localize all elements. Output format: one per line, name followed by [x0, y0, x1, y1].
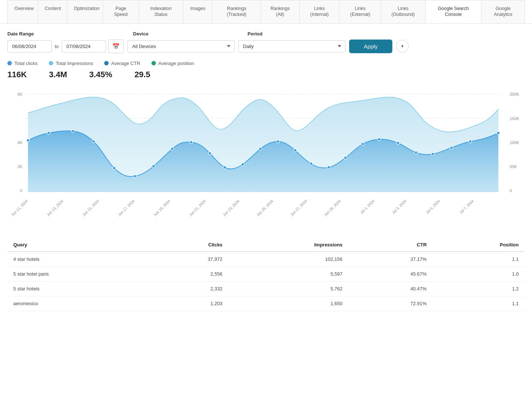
svg-point-24 [223, 166, 226, 169]
legend-avg-position: Average position [151, 61, 194, 66]
svg-point-37 [450, 146, 453, 149]
svg-point-35 [415, 151, 417, 154]
svg-text:0: 0 [20, 188, 22, 193]
tab-google-analytics[interactable]: Google Analytics [481, 0, 525, 23]
svg-point-26 [259, 147, 262, 150]
tab-links-external[interactable]: Links (External) [339, 0, 381, 23]
svg-point-38 [469, 140, 472, 143]
tab-optimization[interactable]: Optimization [67, 0, 103, 23]
cell-clicks: 37,972 [149, 252, 228, 267]
legend-total-impressions-label: Total Impressions [56, 61, 93, 66]
svg-text:4K: 4K [17, 140, 23, 145]
metric-avg-position: 29.5 [134, 70, 150, 79]
nav-tabs: Overview Content Optimization Page Speed… [0, 0, 532, 24]
date-separator: to [54, 44, 59, 49]
svg-point-31 [344, 156, 347, 159]
svg-text:Jun 29, 2024: Jun 29, 2024 [323, 199, 342, 217]
tab-page-speed[interactable]: Page Speed [103, 0, 139, 23]
cell-impressions: 1,650 [228, 296, 348, 311]
chart-section: 6K 4K 2K 0 200K 150K 100K 50K 0 [0, 83, 532, 227]
col-header-query: Query [7, 238, 149, 252]
svg-text:Jun 23, 2024: Jun 23, 2024 [222, 199, 241, 217]
total-clicks-dot [7, 61, 12, 65]
svg-point-29 [310, 162, 313, 165]
dropdown-arrow-button[interactable]: ▾ [396, 40, 409, 52]
period-select-wrapper: Daily Weekly Monthly [238, 40, 345, 52]
table-row: 5 star hotel paris 2,556 5,597 45.67% 1.… [7, 266, 525, 281]
tab-rankings-all[interactable]: Rankings (All) [260, 0, 299, 23]
table-row: 4 star hotels 37,972 102,156 37.17% 1.1 [7, 252, 525, 267]
apply-button[interactable]: Apply [349, 40, 393, 53]
svg-point-20 [152, 165, 155, 168]
stats-section: Total clicks Total Impressions Average C… [0, 53, 532, 83]
svg-point-25 [241, 163, 244, 166]
cell-impressions: 5,597 [228, 266, 348, 281]
svg-point-30 [327, 166, 330, 169]
svg-point-27 [276, 140, 279, 143]
svg-text:0: 0 [509, 188, 512, 193]
date-to-input[interactable] [62, 40, 106, 52]
svg-text:50K: 50K [509, 164, 517, 169]
table-row: 5 star hotels 2,332 5,762 40.47% 1.2 [7, 281, 525, 296]
period-label: Period [248, 31, 366, 37]
tab-images[interactable]: Images [183, 0, 212, 23]
svg-point-36 [431, 153, 434, 156]
svg-text:Jun 21, 2024: Jun 21, 2024 [188, 199, 207, 217]
svg-text:200K: 200K [509, 92, 519, 96]
svg-text:6K: 6K [17, 92, 23, 96]
cell-ctr: 40.47% [348, 281, 433, 296]
cell-position: 1.1 [433, 296, 525, 311]
legend-total-clicks-label: Total clicks [14, 61, 38, 66]
tab-links-internal[interactable]: Links (Internal) [299, 0, 340, 23]
cell-query: 5 star hotel paris [7, 266, 149, 281]
svg-text:Jun 25, 2024: Jun 25, 2024 [256, 199, 274, 217]
tab-content[interactable]: Content [38, 0, 67, 23]
svg-point-39 [497, 132, 500, 134]
svg-point-28 [294, 149, 297, 152]
metrics-row: 116K 3.4M 3.45% 29.5 [7, 70, 525, 79]
svg-text:Jun 27, 2024: Jun 27, 2024 [290, 199, 308, 217]
cell-impressions: 102,156 [228, 252, 348, 267]
chart-wrapper: 6K 4K 2K 0 200K 150K 100K 50K 0 [7, 87, 525, 227]
svg-text:Jul 5, 2024: Jul 5, 2024 [425, 199, 441, 215]
cell-clicks: 2,556 [149, 266, 228, 281]
tab-overview[interactable]: Overview [7, 0, 38, 23]
legend-avg-position-label: Average position [158, 61, 194, 66]
svg-text:100K: 100K [509, 140, 519, 145]
svg-point-19 [133, 175, 136, 178]
device-select[interactable]: All Devices Desktop Mobile Tablet [127, 40, 235, 52]
filters-labels: Date Range Device Period [7, 31, 525, 37]
table-body: 4 star hotels 37,972 102,156 37.17% 1.1 … [7, 252, 525, 311]
svg-point-23 [208, 152, 211, 155]
filters-row: to 📅 All Devices Desktop Mobile Tablet D… [7, 40, 525, 53]
cell-ctr: 72.91% [348, 296, 433, 311]
legend-row: Total clicks Total Impressions Average C… [7, 61, 525, 66]
svg-point-22 [190, 141, 192, 144]
svg-point-21 [171, 147, 174, 150]
table-header-row: Query Clicks Impressions CTR Position [7, 238, 525, 252]
calendar-button[interactable]: 📅 [108, 40, 124, 53]
svg-point-33 [378, 138, 381, 141]
metric-total-clicks: 116K [7, 70, 27, 79]
svg-text:Jul 1, 2024: Jul 1, 2024 [359, 199, 375, 215]
legend-avg-ctr: Average CTR [104, 61, 140, 66]
svg-point-34 [396, 141, 399, 144]
tab-links-outbound[interactable]: Links (Outbound) [381, 0, 426, 23]
period-select[interactable]: Daily Weekly Monthly [238, 40, 345, 52]
svg-point-18 [113, 167, 116, 170]
tab-google-search-console[interactable]: Google Search Console [425, 0, 482, 23]
area-chart: 6K 4K 2K 0 200K 150K 100K 50K 0 [7, 87, 525, 227]
svg-text:Jun 17, 2024: Jun 17, 2024 [117, 199, 136, 217]
date-from-input[interactable] [7, 40, 52, 52]
data-table: Query Clicks Impressions CTR Position 4 … [7, 238, 525, 311]
tab-rankings-tracked[interactable]: Rankings (Tracked) [212, 0, 261, 23]
svg-point-14 [27, 139, 30, 142]
svg-text:Jun 19, 2024: Jun 19, 2024 [153, 199, 171, 217]
svg-text:Jul 7, 2024: Jul 7, 2024 [459, 199, 475, 215]
device-label: Device [133, 31, 248, 37]
date-range-label: Date Range [7, 31, 133, 37]
legend-total-clicks: Total clicks [7, 61, 38, 66]
tab-indexation-status[interactable]: Indexation Status [139, 0, 184, 23]
svg-point-17 [92, 140, 95, 143]
cell-ctr: 45.67% [348, 266, 433, 281]
